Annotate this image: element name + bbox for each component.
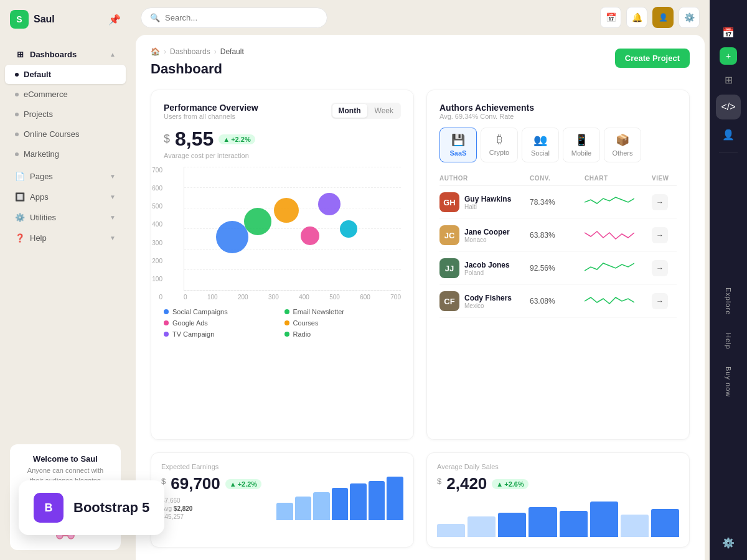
user-avatar[interactable]: 👤 bbox=[652, 7, 674, 28]
earnings-bar-chart bbox=[276, 477, 403, 520]
earnings-card: Expected Earnings $ 69,700 ▲ +2.2% $7,66… bbox=[151, 452, 414, 548]
app-name: Saul bbox=[34, 14, 55, 25]
cat-tab-others[interactable]: 📦 Others bbox=[604, 128, 641, 162]
bar bbox=[651, 509, 679, 537]
tab-week[interactable]: Week bbox=[369, 104, 400, 118]
bar bbox=[369, 481, 385, 520]
settings-button[interactable]: ⚙️ bbox=[679, 7, 700, 28]
bubble-email bbox=[244, 208, 271, 235]
legend-dot-email bbox=[284, 309, 289, 314]
legend-radio: Radio bbox=[284, 330, 402, 338]
sidebar-item-default[interactable]: Default bbox=[5, 65, 126, 84]
chevron-down-icon: ▼ bbox=[110, 173, 116, 180]
bootstrap-promo: B Bootstrap 5 bbox=[19, 480, 164, 535]
avatar-guy: GH bbox=[439, 192, 459, 212]
authors-title: Authors Achievements bbox=[439, 103, 677, 113]
legend-dot-tv bbox=[164, 332, 169, 337]
performance-card: Performance Overview Users from all chan… bbox=[151, 90, 414, 440]
daily-sales-bars bbox=[437, 500, 679, 537]
sidebar-item-online-courses[interactable]: Online Courses bbox=[5, 124, 126, 144]
legend-courses: Courses bbox=[284, 319, 402, 327]
earnings-content: Expected Earnings $ 69,700 ▲ +2.2% $7,66… bbox=[161, 463, 403, 520]
welcome-title: Welcome to Saul bbox=[20, 454, 111, 464]
bar bbox=[467, 516, 496, 537]
earnings-metric: $ 69,700 ▲ +2.2% bbox=[161, 474, 261, 493]
rp-label-help[interactable]: Help bbox=[722, 328, 735, 355]
dot-icon bbox=[15, 93, 19, 96]
divider bbox=[719, 152, 738, 152]
pin-icon[interactable]: 📌 bbox=[108, 14, 121, 26]
spark-guy bbox=[585, 195, 634, 210]
sidebar-item-utilities[interactable]: ⚙️ Utilities ▼ bbox=[5, 207, 126, 227]
cat-tab-social[interactable]: 👥 Social bbox=[522, 128, 559, 162]
sidebar-item-projects[interactable]: Projects bbox=[5, 105, 126, 124]
mobile-icon: 📱 bbox=[575, 133, 588, 147]
spark-cody bbox=[585, 294, 634, 309]
view-btn-cody[interactable]: → bbox=[652, 293, 668, 309]
bar bbox=[621, 515, 649, 537]
table-row: CF Cody Fishers Mexico 63.08% → bbox=[439, 285, 677, 318]
rp-label-explore[interactable]: Explore bbox=[722, 282, 735, 320]
view-btn-jane[interactable]: → bbox=[652, 227, 668, 243]
sidebar: S Saul 📌 ⊞ Dashboards ▲ Default eCommerc… bbox=[0, 0, 131, 560]
page-title: Dashboard bbox=[151, 61, 222, 77]
legend-dot-radio bbox=[284, 332, 289, 337]
bubble-google bbox=[274, 198, 299, 223]
rp-person-btn[interactable]: 👤 bbox=[716, 122, 741, 147]
y-axis: 700 600 500 400 300 200 100 0 bbox=[145, 167, 162, 301]
legend-tv: TV Campaign bbox=[164, 330, 281, 338]
bubble-purple bbox=[318, 193, 341, 215]
help-icon: ❓ bbox=[15, 233, 25, 243]
rp-add-btn[interactable]: + bbox=[720, 47, 737, 65]
cat-tab-mobile[interactable]: 📱 Mobile bbox=[563, 128, 600, 162]
legend-dot-social bbox=[164, 309, 169, 314]
earnings-badge: ▲ +2.2% bbox=[225, 479, 261, 489]
breadcrumb-dashboards[interactable]: Dashboards bbox=[170, 47, 210, 56]
table-row: JC Jane Cooper Monaco 63.83% → bbox=[439, 219, 677, 252]
rp-label-buy[interactable]: Buy now bbox=[722, 362, 735, 402]
bubble-social bbox=[216, 221, 248, 253]
breadcrumb-current: Default bbox=[220, 47, 244, 56]
sidebar-item-dashboards[interactable]: ⊞ Dashboards ▲ bbox=[5, 44, 126, 64]
period-tabs: Month Week bbox=[331, 103, 401, 119]
topbar-actions: 📅 🔔 👤 ⚙️ bbox=[600, 7, 700, 28]
crypto-icon: ₿ bbox=[497, 133, 502, 146]
notifications-button[interactable]: 🔔 bbox=[626, 7, 647, 28]
rp-code-btn[interactable]: </> bbox=[716, 95, 741, 119]
legend-google-ads: Google Ads bbox=[164, 319, 281, 327]
sidebar-item-marketing[interactable]: Marketing bbox=[5, 144, 126, 164]
rp-calendar-btn[interactable]: 📅 bbox=[716, 20, 741, 45]
table-header: AUTHOR CONV. CHART VIEW bbox=[439, 171, 677, 186]
view-btn-jacob[interactable]: → bbox=[652, 260, 668, 276]
content-area: 🏠 › Dashboards › Default Dashboard Creat… bbox=[136, 35, 705, 560]
right-panel: 📅 + ⊞ </> 👤 Explore Help Buy now ⚙️ bbox=[710, 0, 747, 560]
bar bbox=[437, 524, 465, 537]
sidebar-item-help[interactable]: ❓ Help ▼ bbox=[5, 228, 126, 248]
bar bbox=[498, 513, 526, 537]
sidebar-item-ecommerce[interactable]: eCommerce bbox=[5, 85, 126, 104]
rp-settings-btn[interactable]: ⚙️ bbox=[716, 530, 741, 555]
calendar-button[interactable]: 📅 bbox=[600, 7, 621, 28]
sidebar-item-apps[interactable]: 🔲 Apps ▼ bbox=[5, 187, 126, 207]
dollar-sign: $ bbox=[437, 477, 441, 486]
perf-title: Performance Overview bbox=[164, 103, 258, 113]
bar bbox=[560, 511, 588, 537]
bar bbox=[529, 507, 557, 537]
legend-email: Email Newsletter bbox=[284, 308, 402, 315]
metric-label: Avarage cost per interaction bbox=[164, 152, 401, 159]
cat-tab-saas[interactable]: 💾 SaaS bbox=[439, 128, 477, 162]
rp-labels: Explore Help Buy now bbox=[722, 157, 735, 528]
sidebar-item-pages[interactable]: 📄 Pages ▼ bbox=[5, 166, 126, 186]
cat-tab-crypto[interactable]: ₿ Crypto bbox=[481, 128, 518, 162]
tab-month[interactable]: Month bbox=[332, 104, 367, 118]
rp-grid-btn[interactable]: ⊞ bbox=[716, 67, 741, 92]
bar bbox=[295, 497, 312, 521]
view-btn-guy[interactable]: → bbox=[652, 194, 668, 210]
others-icon: 📦 bbox=[616, 133, 629, 147]
create-project-button[interactable]: Create Project bbox=[615, 49, 690, 68]
search-input[interactable] bbox=[165, 13, 318, 22]
pages-icon: 📄 bbox=[15, 171, 25, 181]
authors-subtitle: Avg. 69.34% Conv. Rate bbox=[439, 113, 677, 120]
topbar: 🔍 📅 🔔 👤 ⚙️ bbox=[131, 0, 710, 35]
active-dot bbox=[15, 73, 19, 77]
